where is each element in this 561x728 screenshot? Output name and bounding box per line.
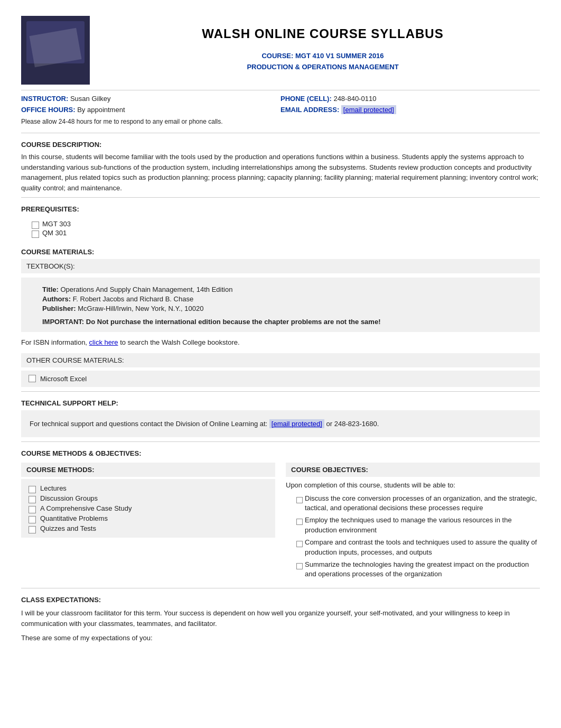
objectives-col-header: COURSE OBJECTIVES: [286, 463, 540, 477]
textbook-block: Title: Operations And Supply Chain Manag… [21, 278, 540, 332]
objective-3: Compare and contrast the tools and techn… [296, 538, 540, 558]
title-value: Operations And Supply Chain Management, … [60, 285, 232, 293]
walsh-logo [21, 16, 90, 85]
other-materials-block: Microsoft Excel [21, 371, 540, 387]
class-expectations-text2: These are some of my expectations of you… [21, 633, 540, 643]
tech-email[interactable]: [email protected] [269, 419, 324, 428]
phone-info: PHONE (CELL): 248-840-0110 [280, 95, 540, 103]
prereq-header: PREREQUISITES: [21, 205, 540, 213]
course-desc-text: In this course, students will become fam… [21, 152, 540, 193]
email-info: EMAIL ADDRESS: [email protected] [280, 106, 540, 114]
objective-1: Discuss the core conversion processes of… [296, 494, 540, 514]
office-label: OFFICE HOURS: [21, 106, 76, 114]
methods-block: Lectures Discussion Groups A Comprehensi… [21, 479, 275, 538]
office-value: By appointment [77, 106, 125, 114]
objectives-list: Discuss the core conversion processes of… [296, 494, 540, 580]
class-expectations-header: CLASS EXPECTATIONS: [21, 596, 540, 604]
instructor-name: Susan Gilkey [70, 95, 111, 103]
method-5: Quizzes and Tests [29, 523, 268, 533]
methods-column: COURSE METHODS: Lectures Discussion Grou… [21, 463, 275, 583]
page-header: WALSH ONLINE COURSE SYLLABUS COURSE: MGT… [21, 16, 540, 85]
method-2: Discussion Groups [29, 493, 268, 503]
tech-text-before: For technical support and questions cont… [30, 420, 269, 428]
other-materials-header: OTHER COURSE MATERIALS: [26, 356, 124, 364]
page-container: WALSH ONLINE COURSE SYLLABUS COURSE: MGT… [0, 0, 561, 664]
textbook-header-block: TEXTBOOK(S): [21, 259, 540, 273]
methods-divider [21, 441, 540, 442]
class-expectations-text1: I will be your classroom facilitator for… [21, 608, 540, 629]
course-materials-header: COURSE MATERIALS: [21, 248, 540, 256]
isbn-text-after: to search the Walsh College bookstore. [120, 338, 239, 346]
isbn-paragraph: For ISBN information, click here to sear… [21, 337, 540, 348]
method-3: A Comprehensive Case Study [29, 503, 268, 513]
instructor-info: INSTRUCTOR: Susan Gilkey [21, 95, 280, 103]
objectives-intro: Upon completion of this course, students… [286, 480, 540, 491]
microsoft-excel-label: Microsoft Excel [40, 375, 87, 383]
textbook-header: TEXTBOOK(S): [26, 262, 75, 270]
tech-support-block: For technical support and questions cont… [21, 410, 540, 438]
authors-value: F. Robert Jacobs and Richard B. Chase [73, 295, 193, 303]
desc-divider [21, 133, 540, 133]
method-1: Lectures [29, 483, 268, 493]
method-4: Quantitative Problems [29, 513, 268, 523]
methods-col-header: COURSE METHODS: [21, 463, 275, 477]
prereq-list: MGT 303 QM 301 [21, 216, 540, 241]
course-info-block: COURSE: MGT 410 V1 SUMMER 2016 [106, 52, 540, 60]
textbook-publisher-line: Publisher: McGraw-Hill/Irwin, New York, … [42, 305, 529, 312]
click-here-link[interactable]: click here [89, 338, 118, 346]
tech-text-after: or 248-823-1680. [326, 420, 379, 428]
title-label: Title: [42, 285, 59, 293]
response-note: Please allow 24-48 hours for me to respo… [21, 117, 540, 126]
methods-objectives-header: COURSE METHODS & OBJECTIVES: [21, 449, 540, 457]
prereq-item-2: QM 301 [32, 228, 540, 237]
course-name: PRODUCTION & OPERATIONS MANAGEMENT [106, 63, 540, 71]
methods-objectives-columns: COURSE METHODS: Lectures Discussion Grou… [21, 463, 540, 583]
prereq-divider [21, 197, 540, 198]
course-desc-header: COURSE DESCRIPTION: [21, 141, 540, 149]
prereq-item-1: MGT 303 [32, 219, 540, 228]
course-line: COURSE: MGT 410 V1 SUMMER 2016 [106, 52, 540, 60]
page-title: WALSH ONLINE COURSE SYLLABUS [106, 26, 540, 41]
textbook-title-line: Title: Operations And Supply Chain Manag… [42, 285, 529, 293]
instructor-label: INSTRUCTOR: [21, 95, 68, 103]
objectives-column: COURSE OBJECTIVES: Upon completion of th… [286, 463, 540, 583]
header-title-block: WALSH ONLINE COURSE SYLLABUS COURSE: MGT… [106, 16, 540, 74]
phone-value: 248-840-0110 [333, 95, 376, 103]
expectations-divider [21, 588, 540, 588]
instructor-email[interactable]: [email protected] [341, 105, 396, 114]
textbook-authors-line: Authors: F. Robert Jacobs and Richard B.… [42, 295, 529, 303]
objective-4: Summarize the technologies having the gr… [296, 560, 540, 580]
email-label: EMAIL ADDRESS: [280, 106, 339, 114]
important-note: IMPORTANT: Do Not purchase the internati… [42, 318, 529, 326]
microsoft-excel-checkbox[interactable] [29, 375, 36, 382]
authors-label: Authors: [42, 295, 71, 303]
objective-2: Employ the techniques used to manage the… [296, 515, 540, 536]
isbn-text-before: For ISBN information, [21, 338, 89, 346]
methods-list: Lectures Discussion Groups A Comprehensi… [29, 483, 268, 533]
tech-support-text: For technical support and questions cont… [30, 419, 531, 429]
publisher-value: McGraw-Hill/Irwin, New York, N.Y., 10020 [78, 305, 203, 312]
course-name-block: PRODUCTION & OPERATIONS MANAGEMENT [106, 63, 540, 71]
other-materials-header-block: OTHER COURSE MATERIALS: [21, 353, 540, 367]
instructor-row: INSTRUCTOR: Susan Gilkey PHONE (CELL): 2… [21, 95, 540, 103]
office-info: OFFICE HOURS: By appointment [21, 106, 280, 114]
tech-divider [21, 391, 540, 392]
phone-label: PHONE (CELL): [280, 95, 332, 103]
publisher-label: Publisher: [42, 305, 76, 312]
tech-support-header: TECHNICAL SUPPORT HELP: [21, 399, 540, 407]
header-divider [21, 90, 540, 90]
office-row: OFFICE HOURS: By appointment EMAIL ADDRE… [21, 106, 540, 114]
